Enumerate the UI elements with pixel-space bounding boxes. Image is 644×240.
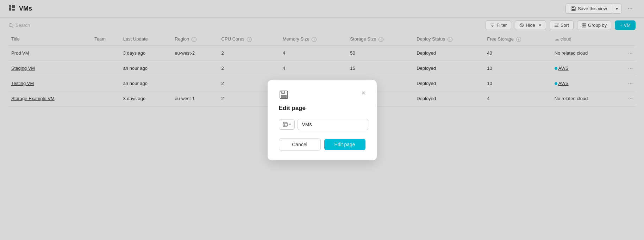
cancel-button[interactable]: Cancel [279, 139, 321, 150]
page-name-input[interactable] [298, 119, 368, 130]
modal-overlay: Edit page × ▾ Cancel Edit pa [0, 0, 644, 240]
modal-close-button[interactable]: × [362, 90, 365, 96]
edit-page-button[interactable]: Edit page [324, 139, 365, 150]
edit-page-modal: Edit page × ▾ Cancel Edit pa [268, 80, 377, 160]
svg-rect-22 [281, 95, 287, 98]
modal-title: Edit page [279, 105, 306, 112]
modal-actions: Cancel Edit page [279, 139, 365, 150]
modal-header-content: Edit page [279, 90, 306, 112]
modal-save-icon [279, 90, 306, 102]
page-wrapper: VMs Save this view ▾ ··· [0, 0, 644, 240]
icon-picker-button[interactable]: ▾ [279, 119, 295, 130]
icon-picker-chevron: ▾ [289, 122, 291, 126]
modal-header: Edit page × [279, 90, 365, 112]
svg-rect-23 [282, 91, 284, 93]
modal-input-row: ▾ [279, 119, 365, 130]
table-icon [283, 122, 288, 127]
svg-rect-24 [283, 122, 287, 127]
